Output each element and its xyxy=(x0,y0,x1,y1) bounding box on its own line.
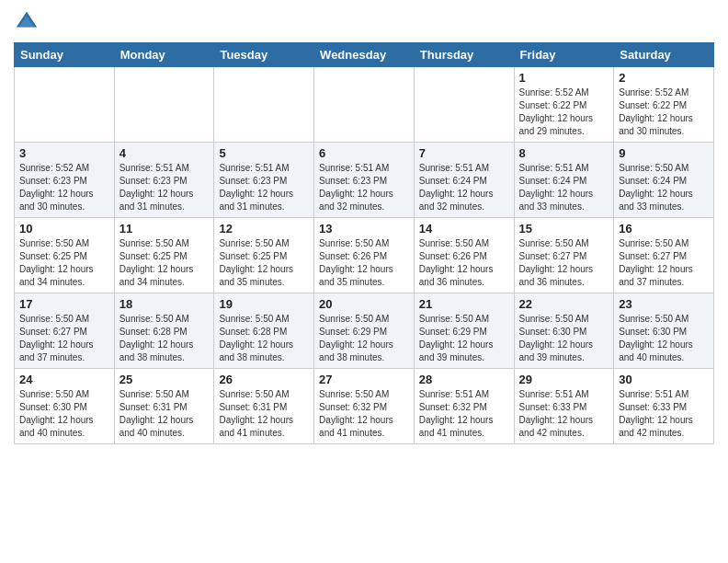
calendar-cell xyxy=(214,67,314,143)
day-number: 11 xyxy=(119,222,210,236)
calendar-cell: 18Sunrise: 5:50 AM Sunset: 6:28 PM Dayli… xyxy=(114,293,214,369)
page: SundayMondayTuesdayWednesdayThursdayFrid… xyxy=(0,0,728,458)
calendar: SundayMondayTuesdayWednesdayThursdayFrid… xyxy=(14,42,714,444)
calendar-cell: 27Sunrise: 5:50 AM Sunset: 6:32 PM Dayli… xyxy=(314,369,415,444)
day-number: 29 xyxy=(519,373,609,386)
day-number: 5 xyxy=(219,146,309,160)
calendar-cell: 5Sunrise: 5:51 AM Sunset: 6:23 PM Daylig… xyxy=(214,143,314,218)
day-number: 22 xyxy=(519,297,609,311)
logo-icon xyxy=(14,9,40,35)
calendar-cell: 25Sunrise: 5:50 AM Sunset: 6:31 PM Dayli… xyxy=(114,369,214,444)
calendar-cell xyxy=(15,67,115,143)
day-number: 3 xyxy=(19,146,109,160)
weekday-header: Tuesday xyxy=(214,43,314,67)
day-number: 10 xyxy=(19,222,109,236)
day-number: 14 xyxy=(419,222,509,236)
calendar-cell xyxy=(314,67,415,143)
day-number: 28 xyxy=(419,373,509,386)
weekday-header: Saturday xyxy=(614,43,714,67)
calendar-cell: 4Sunrise: 5:51 AM Sunset: 6:23 PM Daylig… xyxy=(114,143,214,218)
day-number: 21 xyxy=(419,297,509,311)
day-info: Sunrise: 5:50 AM Sunset: 6:27 PM Dayligh… xyxy=(619,237,709,289)
day-info: Sunrise: 5:50 AM Sunset: 6:26 PM Dayligh… xyxy=(419,237,509,289)
day-info: Sunrise: 5:50 AM Sunset: 6:30 PM Dayligh… xyxy=(19,388,109,440)
day-number: 24 xyxy=(19,373,109,386)
day-info: Sunrise: 5:51 AM Sunset: 6:24 PM Dayligh… xyxy=(419,162,509,213)
calendar-cell: 16Sunrise: 5:50 AM Sunset: 6:27 PM Dayli… xyxy=(614,218,714,293)
day-number: 17 xyxy=(19,297,109,311)
calendar-cell: 6Sunrise: 5:51 AM Sunset: 6:23 PM Daylig… xyxy=(314,143,415,218)
calendar-cell: 29Sunrise: 5:51 AM Sunset: 6:33 PM Dayli… xyxy=(514,369,614,444)
weekday-header: Friday xyxy=(514,43,614,67)
day-number: 19 xyxy=(219,297,309,311)
calendar-cell: 17Sunrise: 5:50 AM Sunset: 6:27 PM Dayli… xyxy=(15,293,115,369)
day-number: 16 xyxy=(619,222,709,236)
calendar-cell: 10Sunrise: 5:50 AM Sunset: 6:25 PM Dayli… xyxy=(15,218,115,293)
day-info: Sunrise: 5:50 AM Sunset: 6:30 PM Dayligh… xyxy=(519,313,609,364)
weekday-header: Monday xyxy=(114,43,214,67)
day-number: 6 xyxy=(319,146,409,160)
day-info: Sunrise: 5:51 AM Sunset: 6:23 PM Dayligh… xyxy=(119,162,210,213)
day-number: 12 xyxy=(219,222,309,236)
day-number: 7 xyxy=(419,146,509,160)
day-info: Sunrise: 5:50 AM Sunset: 6:27 PM Dayligh… xyxy=(519,237,609,289)
day-number: 8 xyxy=(519,146,609,160)
calendar-week-row: 1Sunrise: 5:52 AM Sunset: 6:22 PM Daylig… xyxy=(15,67,714,143)
calendar-header-row: SundayMondayTuesdayWednesdayThursdayFrid… xyxy=(15,43,714,67)
day-info: Sunrise: 5:50 AM Sunset: 6:24 PM Dayligh… xyxy=(619,162,709,213)
calendar-week-row: 24Sunrise: 5:50 AM Sunset: 6:30 PM Dayli… xyxy=(15,369,714,444)
calendar-cell xyxy=(414,67,514,143)
weekday-header: Thursday xyxy=(414,43,514,67)
day-info: Sunrise: 5:51 AM Sunset: 6:33 PM Dayligh… xyxy=(519,388,609,440)
day-info: Sunrise: 5:51 AM Sunset: 6:23 PM Dayligh… xyxy=(319,162,409,213)
day-info: Sunrise: 5:50 AM Sunset: 6:25 PM Dayligh… xyxy=(119,237,210,289)
weekday-header: Wednesday xyxy=(314,43,415,67)
calendar-cell: 13Sunrise: 5:50 AM Sunset: 6:26 PM Dayli… xyxy=(314,218,415,293)
day-number: 2 xyxy=(619,71,709,85)
calendar-cell: 1Sunrise: 5:52 AM Sunset: 6:22 PM Daylig… xyxy=(514,67,614,143)
day-info: Sunrise: 5:50 AM Sunset: 6:27 PM Dayligh… xyxy=(19,313,109,364)
day-number: 15 xyxy=(519,222,609,236)
calendar-cell: 11Sunrise: 5:50 AM Sunset: 6:25 PM Dayli… xyxy=(114,218,214,293)
calendar-cell: 19Sunrise: 5:50 AM Sunset: 6:28 PM Dayli… xyxy=(214,293,314,369)
calendar-week-row: 10Sunrise: 5:50 AM Sunset: 6:25 PM Dayli… xyxy=(15,218,714,293)
day-number: 4 xyxy=(119,146,210,160)
calendar-cell: 15Sunrise: 5:50 AM Sunset: 6:27 PM Dayli… xyxy=(514,218,614,293)
logo xyxy=(14,9,43,35)
day-number: 30 xyxy=(619,373,709,386)
day-number: 27 xyxy=(319,373,409,386)
day-info: Sunrise: 5:52 AM Sunset: 6:22 PM Dayligh… xyxy=(519,86,609,138)
weekday-header: Sunday xyxy=(15,43,115,67)
calendar-cell: 9Sunrise: 5:50 AM Sunset: 6:24 PM Daylig… xyxy=(614,143,714,218)
day-number: 25 xyxy=(119,373,210,386)
calendar-cell: 3Sunrise: 5:52 AM Sunset: 6:23 PM Daylig… xyxy=(15,143,115,218)
calendar-cell xyxy=(114,67,214,143)
day-info: Sunrise: 5:50 AM Sunset: 6:25 PM Dayligh… xyxy=(19,237,109,289)
day-number: 1 xyxy=(519,71,609,85)
day-info: Sunrise: 5:50 AM Sunset: 6:31 PM Dayligh… xyxy=(219,388,309,440)
day-info: Sunrise: 5:50 AM Sunset: 6:28 PM Dayligh… xyxy=(119,313,210,364)
calendar-cell: 26Sunrise: 5:50 AM Sunset: 6:31 PM Dayli… xyxy=(214,369,314,444)
day-number: 9 xyxy=(619,146,709,160)
day-info: Sunrise: 5:50 AM Sunset: 6:26 PM Dayligh… xyxy=(319,237,409,289)
calendar-cell: 20Sunrise: 5:50 AM Sunset: 6:29 PM Dayli… xyxy=(314,293,415,369)
calendar-cell: 23Sunrise: 5:50 AM Sunset: 6:30 PM Dayli… xyxy=(614,293,714,369)
calendar-cell: 30Sunrise: 5:51 AM Sunset: 6:33 PM Dayli… xyxy=(614,369,714,444)
day-info: Sunrise: 5:50 AM Sunset: 6:32 PM Dayligh… xyxy=(319,388,409,440)
day-number: 26 xyxy=(219,373,309,386)
calendar-cell: 2Sunrise: 5:52 AM Sunset: 6:22 PM Daylig… xyxy=(614,67,714,143)
day-info: Sunrise: 5:50 AM Sunset: 6:29 PM Dayligh… xyxy=(419,313,509,364)
day-number: 13 xyxy=(319,222,409,236)
calendar-cell: 14Sunrise: 5:50 AM Sunset: 6:26 PM Dayli… xyxy=(414,218,514,293)
day-info: Sunrise: 5:50 AM Sunset: 6:30 PM Dayligh… xyxy=(619,313,709,364)
day-info: Sunrise: 5:50 AM Sunset: 6:29 PM Dayligh… xyxy=(319,313,409,364)
day-info: Sunrise: 5:51 AM Sunset: 6:32 PM Dayligh… xyxy=(419,388,509,440)
calendar-cell: 28Sunrise: 5:51 AM Sunset: 6:32 PM Dayli… xyxy=(414,369,514,444)
day-number: 18 xyxy=(119,297,210,311)
day-info: Sunrise: 5:50 AM Sunset: 6:28 PM Dayligh… xyxy=(219,313,309,364)
calendar-cell: 22Sunrise: 5:50 AM Sunset: 6:30 PM Dayli… xyxy=(514,293,614,369)
day-info: Sunrise: 5:51 AM Sunset: 6:23 PM Dayligh… xyxy=(219,162,309,213)
calendar-cell: 24Sunrise: 5:50 AM Sunset: 6:30 PM Dayli… xyxy=(15,369,115,444)
day-info: Sunrise: 5:50 AM Sunset: 6:31 PM Dayligh… xyxy=(119,388,210,440)
calendar-week-row: 17Sunrise: 5:50 AM Sunset: 6:27 PM Dayli… xyxy=(15,293,714,369)
